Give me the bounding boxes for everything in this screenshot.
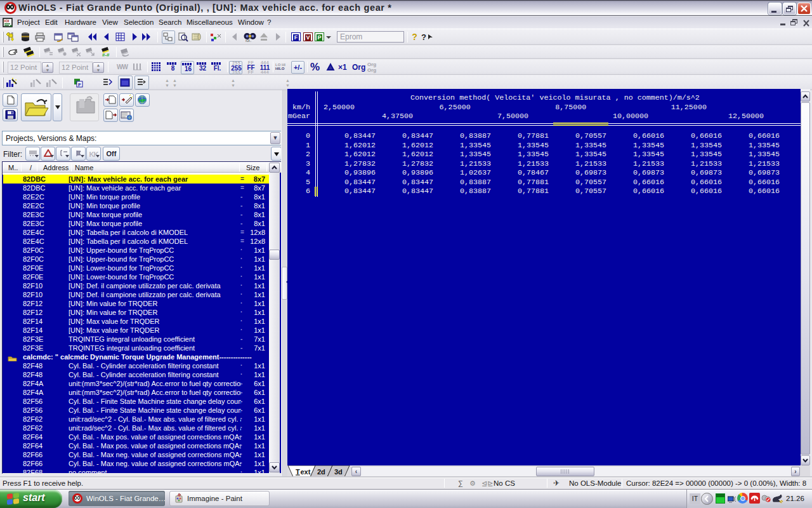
svg-text:ext: ext (301, 468, 311, 476)
svg-text:2d: 2d (317, 468, 325, 476)
svg-text:#-#: #-# (102, 52, 110, 57)
svg-text:F: F (78, 82, 81, 88)
svg-text:IOI: IOI (4, 19, 10, 23)
svg-text:3d: 3d (334, 468, 343, 476)
svg-text:?: ? (421, 32, 426, 42)
svg-text:HP: HP (139, 98, 147, 104)
svg-text:T: T (296, 468, 300, 476)
svg-text:IOI..: IOI.. (246, 39, 251, 42)
